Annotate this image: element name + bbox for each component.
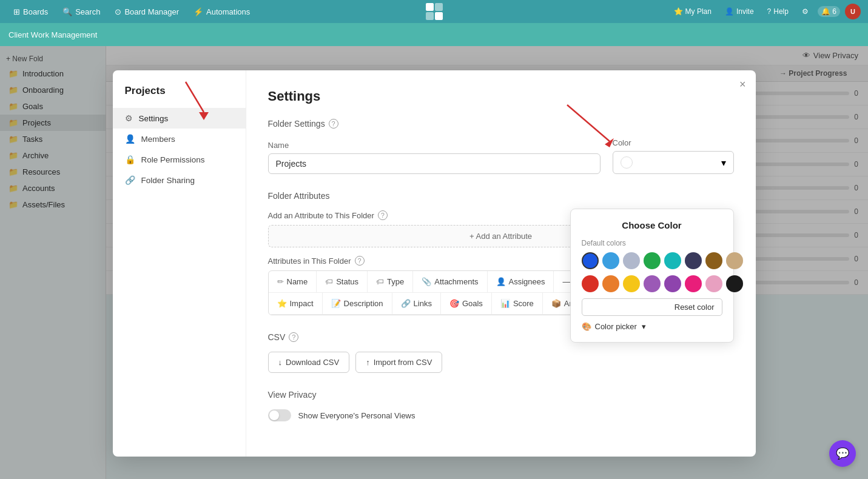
attr-name: ✏ Name [269, 271, 317, 293]
board-manager-icon: ⊙ [115, 7, 121, 16]
toggle-row: Show Everyone's Personal Views [268, 409, 734, 421]
attr-assignees: 👤 Assignees [488, 271, 554, 293]
folder-attributes-label: Folder Attributes [268, 191, 734, 201]
attrs-in-folder-help[interactable]: ? [355, 256, 365, 266]
color-swatch[interactable] [602, 252, 619, 269]
color-swatch[interactable] [623, 275, 640, 292]
settings-icon: ⚙ [802, 7, 809, 16]
workspace-title: Client Work Management [8, 30, 97, 39]
color-swatch[interactable] [726, 275, 743, 292]
reset-color-btn[interactable]: Reset color [582, 298, 722, 316]
modal-sidebar: Projects ⚙ Settings 👤 Members 🔒 Role Per… [113, 70, 246, 457]
chevron-down-icon: ▾ [642, 322, 646, 331]
view-privacy-label: View Privacy [268, 390, 734, 400]
lock-icon: 🔒 [125, 155, 135, 164]
share-icon: 🔗 [125, 175, 135, 185]
boards-icon: ⊞ [13, 7, 20, 16]
field-row: Name Color ▾ [268, 138, 734, 174]
personal-views-label: Show Everyone's Personal Views [298, 411, 415, 420]
import-csv-btn[interactable]: ↑ Import from CSV [355, 352, 442, 373]
nav-board-manager[interactable]: ⊙ Board Manager [109, 5, 185, 19]
notifications-btn[interactable]: 🔔 6 [818, 6, 840, 17]
default-colors-label: Default colors [582, 239, 722, 247]
top-nav: ⊞ Boards 🔍 Search ⊙ Board Manager ⚡ Auto… [0, 0, 868, 23]
workspace-bar: Client Work Management [0, 23, 868, 46]
main-area: + New Fold 📁 Introduction 📁 Onboarding 📁… [0, 46, 868, 479]
attr-links: 🔗 Links [392, 293, 441, 315]
add-attr-help[interactable]: ? [378, 210, 388, 220]
color-grid-row1 [582, 252, 722, 269]
user-avatar[interactable]: U [845, 4, 861, 19]
invite-label: Invite [736, 7, 754, 16]
name-field-label: Name [268, 141, 601, 150]
color-swatch[interactable] [623, 252, 640, 269]
boards-label: Boards [23, 7, 48, 16]
attr-status: 🏷 Status [317, 271, 368, 293]
my-plan-btn[interactable]: ⭐ My Plan [670, 5, 716, 18]
nav-automations[interactable]: ⚡ Automations [187, 5, 256, 19]
attr-type: 🏷 Type [368, 271, 413, 293]
settings-modal: × Projects ⚙ Settings 👤 Members [113, 70, 756, 457]
color-swatch[interactable] [644, 252, 661, 269]
name-field-group: Name [268, 141, 601, 174]
color-picker-popup: Choose Color Default colors [570, 209, 734, 343]
attr-attachments: 📎 Attachments [413, 271, 487, 293]
help-btn[interactable]: ? Help [763, 5, 793, 18]
help-label: Help [773, 7, 789, 16]
color-swatch[interactable] [664, 252, 681, 269]
color-swatch[interactable] [685, 252, 702, 269]
modal-nav-folder-sharing[interactable]: 🔗 Folder Sharing [113, 170, 246, 190]
modal-nav-members[interactable]: 👤 Members [113, 129, 246, 149]
settings-btn[interactable]: ⚙ [798, 5, 813, 18]
color-swatch[interactable] [582, 252, 599, 269]
chevron-down-icon: ▾ [721, 157, 726, 169]
color-swatch[interactable] [685, 275, 702, 292]
color-picker-row[interactable]: 🎨 Color picker ▾ [582, 322, 722, 331]
invite-icon: 👤 [725, 7, 734, 16]
name-input[interactable] [268, 153, 601, 174]
color-field-group: Color ▾ [613, 138, 734, 174]
color-preview [621, 156, 633, 169]
help-icon: ? [767, 7, 772, 16]
color-swatch[interactable] [664, 275, 681, 292]
nav-search[interactable]: 🔍 Search [56, 5, 106, 19]
modal-overlay[interactable]: × Projects ⚙ Settings 👤 Members [0, 46, 868, 479]
plan-icon: ⭐ [674, 7, 683, 16]
folder-settings-label: Folder Settings ? [268, 119, 734, 129]
automations-label: Automations [206, 7, 250, 16]
folder-settings-help[interactable]: ? [329, 119, 338, 129]
app-logo [426, 3, 443, 20]
board-manager-label: Board Manager [124, 7, 179, 16]
color-swatch[interactable] [602, 275, 619, 292]
color-swatch[interactable] [726, 252, 743, 269]
download-csv-btn[interactable]: ↓ Download CSV [268, 352, 350, 373]
color-field-label: Color [613, 138, 734, 147]
attr-score: 📊 Score [492, 293, 543, 315]
attr-impact: ⭐ Impact [269, 293, 323, 315]
modal-nav-role-permissions[interactable]: 🔒 Role Permissions [113, 149, 246, 170]
color-picker-title: Choose Color [582, 220, 722, 230]
color-swatch[interactable] [705, 275, 722, 292]
color-swatch[interactable] [705, 252, 722, 269]
attr-description: 📝 Description [323, 293, 392, 315]
personal-views-toggle[interactable] [268, 409, 291, 421]
color-swatch[interactable] [582, 275, 599, 292]
modal-nav-settings[interactable]: ⚙ Settings [113, 108, 246, 129]
privacy-section: View Privacy Show Everyone's Personal Vi… [268, 390, 734, 421]
automations-icon: ⚡ [193, 7, 203, 16]
settings-nav-icon: ⚙ [125, 113, 133, 123]
chat-bubble[interactable]: 💬 [829, 440, 856, 467]
my-plan-label: My Plan [685, 7, 712, 16]
search-icon: 🔍 [62, 7, 72, 16]
csv-help[interactable]: ? [289, 332, 298, 342]
import-icon: ↑ [366, 358, 370, 367]
modal-sidebar-title: Projects [113, 85, 246, 108]
color-dropdown[interactable]: ▾ [613, 151, 734, 174]
color-swatch[interactable] [644, 275, 661, 292]
nav-boards[interactable]: ⊞ Boards [7, 5, 54, 19]
nav-right: ⭐ My Plan 👤 Invite ? Help ⚙ 🔔 6 U [670, 4, 861, 19]
modal-title: Settings [268, 89, 734, 104]
invite-btn[interactable]: 👤 Invite [721, 5, 758, 18]
modal-close-btn[interactable]: × [739, 79, 746, 90]
attr-goals: 🎯 Goals [441, 293, 492, 315]
